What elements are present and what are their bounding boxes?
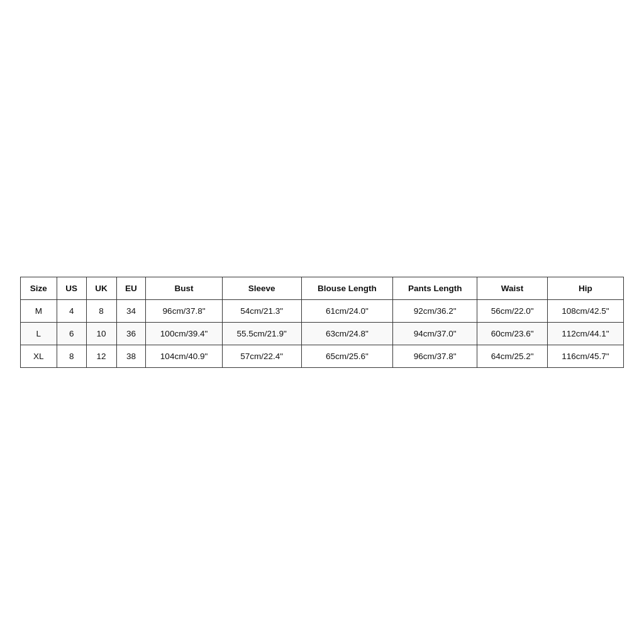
cell-bust-l: 100cm/39.4" (146, 322, 222, 345)
cell-us-l: 6 (57, 322, 86, 345)
table-row: XL 8 12 38 104cm/40.9" 57cm/22.4" 65cm/2… (21, 345, 624, 367)
cell-size-l: L (21, 322, 57, 345)
cell-waist-xl: 64cm/25.2" (477, 345, 547, 367)
cell-uk-xl: 12 (86, 345, 116, 367)
cell-pants-length-xl: 96cm/37.8" (392, 345, 477, 367)
cell-sleeve-m: 54cm/21.3" (222, 299, 301, 322)
col-header-uk: UK (86, 277, 116, 299)
col-header-waist: Waist (477, 277, 547, 299)
cell-size-xl: XL (21, 345, 57, 367)
cell-sleeve-l: 55.5cm/21.9" (222, 322, 301, 345)
cell-hip-xl: 116cm/45.7" (547, 345, 623, 367)
cell-blouse-length-xl: 65cm/25.6" (301, 345, 392, 367)
cell-uk-m: 8 (86, 299, 116, 322)
cell-eu-l: 36 (116, 322, 146, 345)
col-header-sleeve: Sleeve (222, 277, 301, 299)
cell-us-xl: 8 (57, 345, 86, 367)
col-header-blouse-length: Blouse Length (301, 277, 392, 299)
col-header-size: Size (21, 277, 57, 299)
table-row: M 4 8 34 96cm/37.8" 54cm/21.3" 61cm/24.0… (21, 299, 624, 322)
col-header-us: US (57, 277, 86, 299)
cell-size-m: M (21, 299, 57, 322)
cell-eu-xl: 38 (116, 345, 146, 367)
cell-waist-m: 56cm/22.0" (477, 299, 547, 322)
col-header-eu: EU (116, 277, 146, 299)
col-header-hip: Hip (547, 277, 623, 299)
cell-eu-m: 34 (116, 299, 146, 322)
cell-bust-m: 96cm/37.8" (146, 299, 222, 322)
cell-uk-l: 10 (86, 322, 116, 345)
cell-bust-xl: 104cm/40.9" (146, 345, 222, 367)
cell-hip-l: 112cm/44.1" (547, 322, 623, 345)
cell-pants-length-m: 92cm/36.2" (392, 299, 477, 322)
size-chart-container: Size US UK EU Bust Sleeve Blouse Length … (20, 277, 624, 368)
table-header-row: Size US UK EU Bust Sleeve Blouse Length … (21, 277, 624, 299)
cell-hip-m: 108cm/42.5" (547, 299, 623, 322)
cell-sleeve-xl: 57cm/22.4" (222, 345, 301, 367)
cell-blouse-length-m: 61cm/24.0" (301, 299, 392, 322)
cell-pants-length-l: 94cm/37.0" (392, 322, 477, 345)
cell-waist-l: 60cm/23.6" (477, 322, 547, 345)
col-header-pants-length: Pants Length (392, 277, 477, 299)
cell-blouse-length-l: 63cm/24.8" (301, 322, 392, 345)
cell-us-m: 4 (57, 299, 86, 322)
size-chart-table: Size US UK EU Bust Sleeve Blouse Length … (20, 277, 624, 368)
col-header-bust: Bust (146, 277, 222, 299)
table-row: L 6 10 36 100cm/39.4" 55.5cm/21.9" 63cm/… (21, 322, 624, 345)
